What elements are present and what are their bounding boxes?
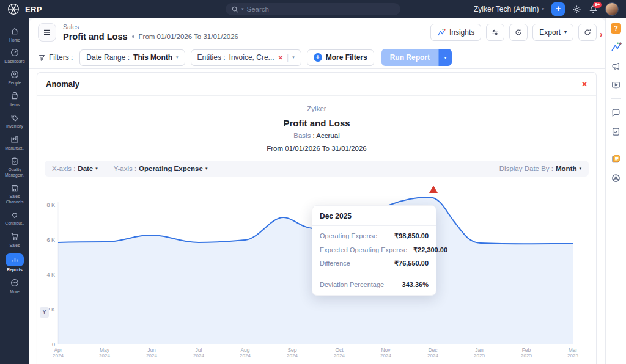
notebook-icon[interactable]: [611, 153, 622, 164]
chevron-down-icon: ▾: [579, 166, 581, 171]
sidebar-item-people[interactable]: People: [0, 70, 29, 86]
people-icon: [10, 70, 20, 79]
chevron-down-icon: ▾: [564, 29, 567, 35]
tooltip-title: Dec 2025: [312, 206, 436, 226]
breadcrumb[interactable]: Sales: [63, 23, 238, 31]
tooltip-row: Expected Operating Expense ₹22,300.00: [320, 246, 429, 254]
sidebar-item-items[interactable]: Items: [0, 91, 29, 107]
notification-count-badge: 9+: [593, 2, 602, 8]
notifications-bell-icon[interactable]: 9+: [589, 5, 598, 14]
chart-controls: X-axis : Date ▾ Y-axis : Operating Expen…: [45, 161, 589, 177]
home-icon: [10, 26, 20, 36]
dot-separator: [132, 35, 134, 38]
divider: [611, 145, 621, 145]
sidebar-item-reports[interactable]: Reports: [0, 253, 29, 273]
collapse-menu-button[interactable]: [38, 23, 56, 42]
org-switcher[interactable]: Zylker Tech (Admin) ▾: [474, 5, 544, 13]
sidebar-item-sales-channels[interactable]: Sales Channels: [0, 183, 29, 205]
filters-bar: Filters : Date Range : This Month ▾ Enti…: [29, 46, 605, 69]
support-wheel-icon[interactable]: [611, 172, 622, 183]
search-input[interactable]: ▾ Search: [226, 3, 400, 15]
contributions-icon: [10, 210, 20, 220]
collapse-right-rail-chevron[interactable]: ›: [600, 29, 603, 39]
more-filters-button[interactable]: + More Filters: [307, 49, 374, 66]
main-content: Sales Profit and Loss From 01/01/2026 To…: [29, 18, 605, 364]
xaxis-selector[interactable]: X-axis : Date ▾: [52, 165, 98, 172]
sync-schedule-button[interactable]: [509, 24, 528, 41]
report-header: Sales Profit and Loss From 01/01/2026 To…: [29, 18, 605, 46]
anomaly-marker-icon[interactable]: [429, 186, 438, 193]
chat-icon[interactable]: [611, 107, 622, 118]
panel-title: Anomaly: [46, 79, 79, 89]
announcements-megaphone-icon[interactable]: [611, 60, 622, 71]
sales-channels-icon: [10, 183, 20, 193]
display-date-by-selector[interactable]: Display Date By : Month ▾: [499, 165, 581, 172]
chevron-down-icon: ▾: [292, 55, 295, 60]
search-icon: [232, 6, 238, 13]
customize-sliders-button[interactable]: [486, 24, 504, 41]
sidebar-item-inventory[interactable]: Inventory: [0, 113, 29, 129]
y-tick: 4 K: [39, 272, 55, 278]
company-name: Zylker: [37, 105, 596, 112]
insights-button[interactable]: Insights: [430, 24, 481, 41]
date-range-filter[interactable]: Date Range : This Month ▾: [79, 49, 185, 66]
y-tick: 6 K: [39, 237, 55, 243]
sidebar-item-quality-management[interactable]: Quality Managem.: [0, 156, 29, 178]
chart-report-title: Profit and Loss: [37, 118, 596, 128]
close-panel-icon[interactable]: ✕: [581, 80, 587, 89]
tasks-clipboard-icon[interactable]: [611, 126, 622, 137]
refresh-button[interactable]: [578, 24, 597, 41]
user-avatar[interactable]: [605, 2, 619, 16]
quality-icon: [10, 156, 20, 166]
report-period: From 01/01/2026 To 31/01/2026: [139, 33, 238, 40]
right-sidebar: ?: [605, 18, 626, 364]
org-name: Zylker Tech (Admin): [474, 5, 539, 13]
tooltip-row: Difference ₹76,550.00: [320, 260, 429, 268]
anomaly-panel: Anomaly ✕ Zylker Profit and Loss Basis :…: [37, 72, 597, 364]
zia-icon[interactable]: [611, 42, 622, 53]
quick-add-button[interactable]: +: [551, 2, 565, 16]
plus-icon: +: [314, 53, 322, 62]
page-title: Profit and Loss: [63, 32, 128, 42]
help-icon[interactable]: ?: [611, 23, 621, 34]
manufacturing-icon: [10, 134, 20, 144]
search-scope-chevron-icon[interactable]: ▾: [241, 7, 244, 12]
chevron-down-icon: ▾: [205, 166, 208, 171]
chevron-down-icon: ▾: [95, 166, 98, 171]
basis-label: Basis: [293, 132, 311, 139]
divider: [611, 98, 621, 99]
more-ellipsis-icon: [10, 278, 20, 288]
left-sidebar: Home Dashboard People Items: [0, 18, 29, 364]
run-report-dropdown[interactable]: ▾: [438, 49, 452, 66]
inventory-icon: [10, 113, 20, 123]
demo-video-icon[interactable]: [611, 79, 622, 90]
sidebar-item-manufacturing[interactable]: Manufact..: [0, 134, 29, 151]
items-icon: [10, 91, 20, 101]
yaxis-selector[interactable]: Y-axis : Operating Expense ▾: [114, 165, 208, 172]
anomaly-tooltip: Dec 2025 Operating Expense ₹98,850.00 Ex…: [312, 205, 436, 296]
remove-filter-icon[interactable]: ✕: [278, 54, 283, 61]
export-button[interactable]: Export ▾: [532, 24, 573, 41]
tooltip-row: Deviation Percentage 343.36%: [320, 281, 429, 288]
chart-titles: Zylker Profit and Loss Basis : Accrual F…: [37, 96, 596, 152]
basis-value: Accrual: [316, 132, 339, 139]
brand-name: ERP: [25, 5, 42, 14]
funnel-icon: [38, 54, 46, 62]
reports-icon: [6, 253, 24, 266]
tooltip-row: Operating Expense ₹98,850.00: [320, 232, 429, 240]
settings-gear-icon[interactable]: [572, 5, 581, 14]
sidebar-item-dashboard[interactable]: Dashboard: [0, 48, 29, 64]
anomaly-chart[interactable]: 8 K 6 K 4 K 2 K 0 Y Apr2024 May2024 Jun2…: [39, 178, 587, 361]
filters-label: Filters :: [38, 53, 73, 62]
y-tick: 8 K: [39, 202, 55, 208]
entities-filter[interactable]: Entities : Invoice, Cre... ✕ | ▾: [191, 49, 301, 66]
sidebar-item-sales[interactable]: Sales: [0, 231, 29, 248]
y-axis-badge[interactable]: Y: [40, 307, 49, 318]
zia-insights-icon: [437, 28, 446, 37]
sidebar-item-contributions[interactable]: Contribut..: [0, 210, 29, 227]
sidebar-item-home[interactable]: Home: [0, 26, 29, 43]
run-report-button[interactable]: Run Report: [381, 49, 438, 66]
dashboard-icon: [10, 48, 20, 57]
chevron-down-icon: ▾: [542, 7, 544, 12]
sidebar-item-more[interactable]: More: [0, 278, 29, 294]
